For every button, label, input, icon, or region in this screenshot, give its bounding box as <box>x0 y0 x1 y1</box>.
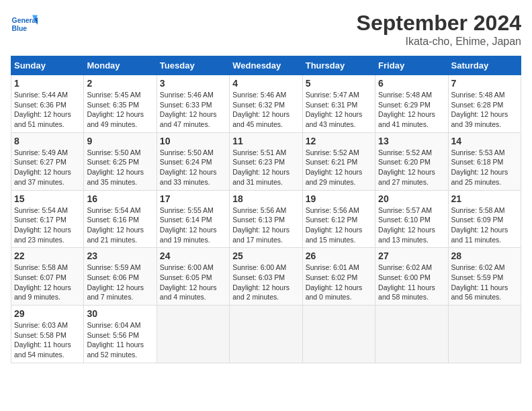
day-info: Sunrise: 5:45 AM Sunset: 6:35 PM Dayligh… <box>87 90 153 130</box>
day-number: 11 <box>232 136 299 146</box>
day-number: 18 <box>232 193 299 204</box>
day-number: 19 <box>306 193 372 204</box>
calendar-header: Sunday Monday Tuesday Wednesday Thursday… <box>11 56 521 75</box>
day-info: Sunrise: 5:50 AM Sunset: 6:25 PM Dayligh… <box>87 148 153 187</box>
col-wednesday: Wednesday <box>230 56 302 75</box>
header-row: Sunday Monday Tuesday Wednesday Thursday… <box>11 56 521 75</box>
table-row: 21Sunrise: 5:58 AM Sunset: 6:09 PM Dayli… <box>448 190 521 248</box>
day-info: Sunrise: 5:58 AM Sunset: 6:07 PM Dayligh… <box>14 263 81 302</box>
table-row <box>230 306 302 363</box>
title-block: September 2024 Ikata-cho, Ehime, Japan <box>357 11 521 48</box>
table-row: 12Sunrise: 5:52 AM Sunset: 6:21 PM Dayli… <box>302 132 375 190</box>
day-number: 27 <box>378 250 445 261</box>
logo: General Blue <box>11 11 40 38</box>
day-number: 22 <box>14 250 81 261</box>
table-row: 3Sunrise: 5:46 AM Sunset: 6:33 PM Daylig… <box>157 75 229 133</box>
day-info: Sunrise: 5:56 AM Sunset: 6:13 PM Dayligh… <box>232 205 299 245</box>
table-row: 8Sunrise: 5:49 AM Sunset: 6:27 PM Daylig… <box>11 132 84 190</box>
day-number: 1 <box>14 78 81 89</box>
table-row: 13Sunrise: 5:52 AM Sunset: 6:20 PM Dayli… <box>375 132 448 190</box>
day-number: 13 <box>378 136 445 146</box>
day-info: Sunrise: 5:46 AM Sunset: 6:32 PM Dayligh… <box>232 90 299 130</box>
logo-icon: General Blue <box>11 11 38 38</box>
day-info: Sunrise: 6:01 AM Sunset: 6:02 PM Dayligh… <box>306 263 372 302</box>
day-number: 9 <box>87 136 153 146</box>
table-row: 18Sunrise: 5:56 AM Sunset: 6:13 PM Dayli… <box>230 190 302 248</box>
svg-text:Blue: Blue <box>12 25 28 32</box>
table-row: 10Sunrise: 5:50 AM Sunset: 6:24 PM Dayli… <box>157 132 229 190</box>
calendar-week-row: 29Sunrise: 6:03 AM Sunset: 5:58 PM Dayli… <box>11 306 521 363</box>
col-sunday: Sunday <box>11 56 84 75</box>
day-number: 26 <box>306 250 372 261</box>
day-info: Sunrise: 5:48 AM Sunset: 6:28 PM Dayligh… <box>451 90 518 130</box>
day-number: 2 <box>87 78 153 89</box>
day-number: 3 <box>160 78 226 89</box>
calendar-week-row: 1Sunrise: 5:44 AM Sunset: 6:36 PM Daylig… <box>11 75 521 133</box>
day-info: Sunrise: 5:47 AM Sunset: 6:31 PM Dayligh… <box>306 90 372 130</box>
col-saturday: Saturday <box>448 56 521 75</box>
table-row: 23Sunrise: 5:59 AM Sunset: 6:06 PM Dayli… <box>84 248 157 306</box>
table-row: 16Sunrise: 5:54 AM Sunset: 6:16 PM Dayli… <box>84 190 157 248</box>
day-number: 5 <box>306 78 372 89</box>
table-row: 19Sunrise: 5:56 AM Sunset: 6:12 PM Dayli… <box>302 190 375 248</box>
col-monday: Monday <box>84 56 157 75</box>
day-info: Sunrise: 5:54 AM Sunset: 6:16 PM Dayligh… <box>87 205 153 245</box>
table-row: 6Sunrise: 5:48 AM Sunset: 6:29 PM Daylig… <box>375 75 448 133</box>
table-row: 1Sunrise: 5:44 AM Sunset: 6:36 PM Daylig… <box>11 75 84 133</box>
day-info: Sunrise: 6:00 AM Sunset: 6:05 PM Dayligh… <box>160 263 226 302</box>
day-info: Sunrise: 5:53 AM Sunset: 6:18 PM Dayligh… <box>451 148 518 187</box>
table-row: 25Sunrise: 6:00 AM Sunset: 6:03 PM Dayli… <box>230 248 302 306</box>
day-info: Sunrise: 5:50 AM Sunset: 6:24 PM Dayligh… <box>160 148 226 187</box>
col-tuesday: Tuesday <box>157 56 229 75</box>
calendar-week-row: 15Sunrise: 5:54 AM Sunset: 6:17 PM Dayli… <box>11 190 521 248</box>
table-row: 27Sunrise: 6:02 AM Sunset: 6:00 PM Dayli… <box>375 248 448 306</box>
day-number: 20 <box>378 193 445 204</box>
page-title: September 2024 <box>357 11 521 36</box>
table-row <box>302 306 375 363</box>
day-info: Sunrise: 5:44 AM Sunset: 6:36 PM Dayligh… <box>14 90 81 130</box>
day-number: 17 <box>160 193 226 204</box>
table-row <box>448 306 521 363</box>
table-row: 30Sunrise: 6:04 AM Sunset: 5:56 PM Dayli… <box>84 306 157 363</box>
calendar-week-row: 8Sunrise: 5:49 AM Sunset: 6:27 PM Daylig… <box>11 132 521 190</box>
day-info: Sunrise: 5:48 AM Sunset: 6:29 PM Dayligh… <box>378 90 445 130</box>
day-number: 23 <box>87 250 153 261</box>
col-thursday: Thursday <box>302 56 375 75</box>
table-row: 28Sunrise: 6:02 AM Sunset: 5:59 PM Dayli… <box>448 248 521 306</box>
day-number: 14 <box>451 136 518 146</box>
table-row: 11Sunrise: 5:51 AM Sunset: 6:23 PM Dayli… <box>230 132 302 190</box>
day-number: 24 <box>160 250 226 261</box>
calendar-week-row: 22Sunrise: 5:58 AM Sunset: 6:07 PM Dayli… <box>11 248 521 306</box>
calendar-body: 1Sunrise: 5:44 AM Sunset: 6:36 PM Daylig… <box>11 75 521 363</box>
day-info: Sunrise: 6:00 AM Sunset: 6:03 PM Dayligh… <box>232 263 299 302</box>
day-number: 16 <box>87 193 153 204</box>
table-row: 14Sunrise: 5:53 AM Sunset: 6:18 PM Dayli… <box>448 132 521 190</box>
day-info: Sunrise: 6:02 AM Sunset: 5:59 PM Dayligh… <box>451 263 518 302</box>
table-row: 24Sunrise: 6:00 AM Sunset: 6:05 PM Dayli… <box>157 248 229 306</box>
day-info: Sunrise: 5:52 AM Sunset: 6:20 PM Dayligh… <box>378 148 445 187</box>
day-number: 29 <box>14 308 81 319</box>
day-number: 10 <box>160 136 226 146</box>
table-row <box>157 306 229 363</box>
day-info: Sunrise: 5:59 AM Sunset: 6:06 PM Dayligh… <box>87 263 153 302</box>
day-info: Sunrise: 6:04 AM Sunset: 5:56 PM Dayligh… <box>87 320 153 360</box>
day-number: 25 <box>232 250 299 261</box>
table-row: 17Sunrise: 5:55 AM Sunset: 6:14 PM Dayli… <box>157 190 229 248</box>
day-info: Sunrise: 5:56 AM Sunset: 6:12 PM Dayligh… <box>306 205 372 245</box>
day-number: 7 <box>451 78 518 89</box>
day-number: 15 <box>14 193 81 204</box>
day-info: Sunrise: 5:51 AM Sunset: 6:23 PM Dayligh… <box>232 148 299 187</box>
table-row: 4Sunrise: 5:46 AM Sunset: 6:32 PM Daylig… <box>230 75 302 133</box>
table-row: 22Sunrise: 5:58 AM Sunset: 6:07 PM Dayli… <box>11 248 84 306</box>
day-info: Sunrise: 5:55 AM Sunset: 6:14 PM Dayligh… <box>160 205 226 245</box>
table-row: 20Sunrise: 5:57 AM Sunset: 6:10 PM Dayli… <box>375 190 448 248</box>
table-row: 2Sunrise: 5:45 AM Sunset: 6:35 PM Daylig… <box>84 75 157 133</box>
day-number: 8 <box>14 136 81 146</box>
day-number: 21 <box>451 193 518 204</box>
page-subtitle: Ikata-cho, Ehime, Japan <box>357 36 521 48</box>
day-info: Sunrise: 5:46 AM Sunset: 6:33 PM Dayligh… <box>160 90 226 130</box>
day-info: Sunrise: 6:02 AM Sunset: 6:00 PM Dayligh… <box>378 263 445 302</box>
day-number: 4 <box>232 78 299 89</box>
table-row: 26Sunrise: 6:01 AM Sunset: 6:02 PM Dayli… <box>302 248 375 306</box>
calendar-table: Sunday Monday Tuesday Wednesday Thursday… <box>11 56 521 363</box>
